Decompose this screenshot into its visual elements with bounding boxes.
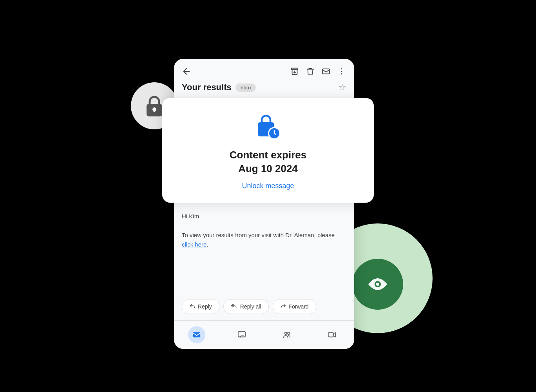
expires-icon — [254, 112, 282, 140]
delete-button[interactable] — [306, 67, 315, 76]
video-icon — [328, 330, 336, 339]
email-nav — [182, 67, 346, 76]
svg-point-4 — [376, 283, 379, 286]
eye-circle — [352, 259, 403, 310]
reply-button[interactable]: Reply — [182, 299, 219, 314]
nav-meet[interactable] — [278, 326, 295, 343]
mail-icon — [192, 330, 201, 339]
inbox-badge: Inbox — [235, 83, 256, 92]
reply-row: Reply Reply all — [174, 293, 354, 314]
svg-point-7 — [341, 68, 342, 69]
nav-icons-right — [290, 67, 346, 76]
svg-point-12 — [284, 332, 287, 335]
svg-point-13 — [287, 332, 290, 335]
chat-icon — [237, 330, 246, 339]
email-body: Hi Kim, To view your results from your v… — [174, 205, 354, 293]
svg-point-9 — [341, 73, 342, 74]
archive-button[interactable] — [290, 67, 299, 76]
expires-title: Content expires Aug 10 2024 — [230, 148, 307, 176]
meet-icon — [282, 330, 291, 339]
mark-unread-button[interactable] — [321, 67, 331, 76]
forward-icon — [280, 303, 286, 310]
reply-label: Reply — [198, 303, 212, 310]
nav-chat[interactable] — [233, 326, 250, 343]
forward-label: Forward — [289, 303, 309, 310]
reply-all-label: Reply all — [240, 303, 261, 310]
reply-icon — [189, 303, 196, 310]
reply-all-icon — [231, 303, 238, 310]
bottom-nav — [174, 320, 354, 349]
nav-video[interactable] — [323, 326, 340, 343]
email-greeting: Hi Kim, — [182, 212, 346, 221]
svg-rect-14 — [328, 333, 333, 337]
email-body-paragraph: To view your results from your visit wit… — [182, 230, 346, 249]
nav-mail[interactable] — [188, 326, 205, 343]
svg-rect-6 — [322, 69, 330, 74]
email-subject-left: Your results Inbox — [182, 82, 256, 93]
email-subject-row: Your results Inbox ☆ — [182, 82, 346, 93]
star-button[interactable]: ☆ — [339, 82, 346, 93]
svg-point-8 — [341, 71, 342, 72]
email-header: Your results Inbox ☆ — [174, 59, 354, 96]
more-options-button[interactable] — [337, 67, 346, 76]
back-button[interactable] — [182, 67, 191, 76]
unlock-message-link[interactable]: Unlock message — [242, 182, 294, 190]
scene: Your results Inbox ☆ Hi Kim, To view you… — [154, 35, 382, 357]
svg-rect-5 — [292, 68, 298, 70]
expires-card: Content expires Aug 10 2024 Unlock messa… — [162, 98, 374, 203]
svg-rect-2 — [154, 109, 156, 112]
forward-button[interactable]: Forward — [273, 299, 316, 314]
svg-rect-10 — [193, 332, 200, 338]
reply-all-button[interactable]: Reply all — [223, 299, 269, 314]
email-subject: Your results — [182, 82, 232, 93]
click-here-link[interactable]: click here — [182, 241, 206, 248]
